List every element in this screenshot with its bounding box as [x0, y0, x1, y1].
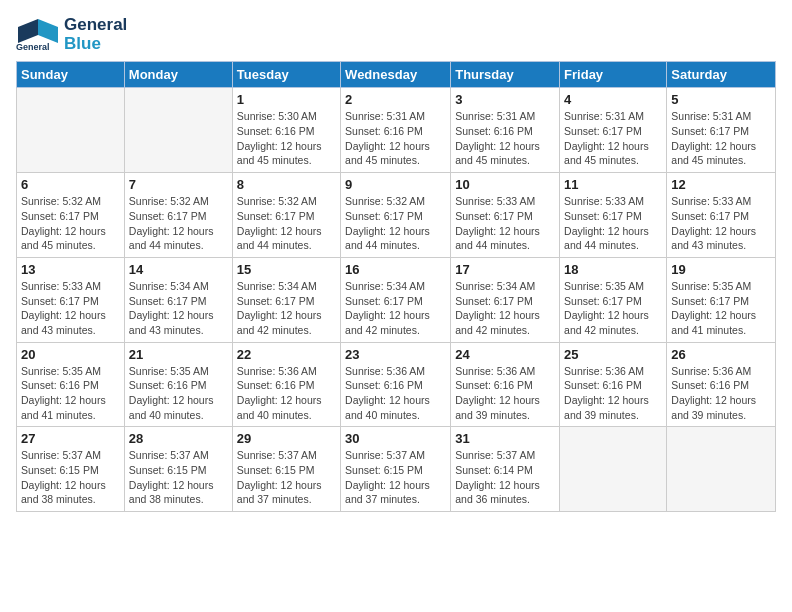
- day-info: Sunrise: 5:33 AMSunset: 6:17 PMDaylight:…: [21, 279, 120, 338]
- day-info: Sunrise: 5:31 AMSunset: 6:16 PMDaylight:…: [345, 109, 446, 168]
- calendar-cell: 13Sunrise: 5:33 AMSunset: 6:17 PMDayligh…: [17, 257, 125, 342]
- day-info: Sunrise: 5:36 AMSunset: 6:16 PMDaylight:…: [455, 364, 555, 423]
- day-info: Sunrise: 5:34 AMSunset: 6:17 PMDaylight:…: [455, 279, 555, 338]
- day-info: Sunrise: 5:37 AMSunset: 6:15 PMDaylight:…: [345, 448, 446, 507]
- weekday-header-tuesday: Tuesday: [232, 62, 340, 88]
- day-info: Sunrise: 5:31 AMSunset: 6:17 PMDaylight:…: [564, 109, 662, 168]
- calendar-week-3: 13Sunrise: 5:33 AMSunset: 6:17 PMDayligh…: [17, 257, 776, 342]
- logo-icon: General: [16, 17, 60, 53]
- day-info: Sunrise: 5:35 AMSunset: 6:17 PMDaylight:…: [564, 279, 662, 338]
- logo-blue-text: Blue: [64, 35, 127, 54]
- calendar-cell: 19Sunrise: 5:35 AMSunset: 6:17 PMDayligh…: [667, 257, 776, 342]
- calendar-cell: [667, 427, 776, 512]
- day-info: Sunrise: 5:32 AMSunset: 6:17 PMDaylight:…: [21, 194, 120, 253]
- day-info: Sunrise: 5:33 AMSunset: 6:17 PMDaylight:…: [564, 194, 662, 253]
- day-number: 21: [129, 347, 228, 362]
- day-number: 27: [21, 431, 120, 446]
- weekday-header-wednesday: Wednesday: [341, 62, 451, 88]
- calendar-cell: 30Sunrise: 5:37 AMSunset: 6:15 PMDayligh…: [341, 427, 451, 512]
- day-info: Sunrise: 5:36 AMSunset: 6:16 PMDaylight:…: [345, 364, 446, 423]
- day-number: 23: [345, 347, 446, 362]
- day-number: 17: [455, 262, 555, 277]
- calendar-cell: 4Sunrise: 5:31 AMSunset: 6:17 PMDaylight…: [560, 88, 667, 173]
- day-number: 28: [129, 431, 228, 446]
- calendar-cell: 23Sunrise: 5:36 AMSunset: 6:16 PMDayligh…: [341, 342, 451, 427]
- day-number: 1: [237, 92, 336, 107]
- calendar-cell: 12Sunrise: 5:33 AMSunset: 6:17 PMDayligh…: [667, 173, 776, 258]
- day-info: Sunrise: 5:37 AMSunset: 6:15 PMDaylight:…: [237, 448, 336, 507]
- day-info: Sunrise: 5:36 AMSunset: 6:16 PMDaylight:…: [237, 364, 336, 423]
- day-info: Sunrise: 5:35 AMSunset: 6:16 PMDaylight:…: [129, 364, 228, 423]
- day-info: Sunrise: 5:32 AMSunset: 6:17 PMDaylight:…: [237, 194, 336, 253]
- calendar-cell: 22Sunrise: 5:36 AMSunset: 6:16 PMDayligh…: [232, 342, 340, 427]
- day-number: 26: [671, 347, 771, 362]
- day-number: 24: [455, 347, 555, 362]
- calendar-cell: 9Sunrise: 5:32 AMSunset: 6:17 PMDaylight…: [341, 173, 451, 258]
- calendar-cell: 16Sunrise: 5:34 AMSunset: 6:17 PMDayligh…: [341, 257, 451, 342]
- day-number: 20: [21, 347, 120, 362]
- weekday-header-saturday: Saturday: [667, 62, 776, 88]
- day-info: Sunrise: 5:35 AMSunset: 6:16 PMDaylight:…: [21, 364, 120, 423]
- calendar-cell: [560, 427, 667, 512]
- day-info: Sunrise: 5:32 AMSunset: 6:17 PMDaylight:…: [345, 194, 446, 253]
- calendar-week-1: 1Sunrise: 5:30 AMSunset: 6:16 PMDaylight…: [17, 88, 776, 173]
- calendar-week-2: 6Sunrise: 5:32 AMSunset: 6:17 PMDaylight…: [17, 173, 776, 258]
- day-number: 13: [21, 262, 120, 277]
- logo: General General Blue: [16, 16, 127, 53]
- weekday-header-friday: Friday: [560, 62, 667, 88]
- day-number: 6: [21, 177, 120, 192]
- day-number: 11: [564, 177, 662, 192]
- day-info: Sunrise: 5:36 AMSunset: 6:16 PMDaylight:…: [671, 364, 771, 423]
- day-info: Sunrise: 5:37 AMSunset: 6:14 PMDaylight:…: [455, 448, 555, 507]
- weekday-header-thursday: Thursday: [451, 62, 560, 88]
- calendar-cell: 28Sunrise: 5:37 AMSunset: 6:15 PMDayligh…: [124, 427, 232, 512]
- calendar-cell: 24Sunrise: 5:36 AMSunset: 6:16 PMDayligh…: [451, 342, 560, 427]
- calendar-week-5: 27Sunrise: 5:37 AMSunset: 6:15 PMDayligh…: [17, 427, 776, 512]
- calendar-cell: 25Sunrise: 5:36 AMSunset: 6:16 PMDayligh…: [560, 342, 667, 427]
- day-number: 18: [564, 262, 662, 277]
- day-info: Sunrise: 5:30 AMSunset: 6:16 PMDaylight:…: [237, 109, 336, 168]
- day-info: Sunrise: 5:34 AMSunset: 6:17 PMDaylight:…: [129, 279, 228, 338]
- day-info: Sunrise: 5:34 AMSunset: 6:17 PMDaylight:…: [237, 279, 336, 338]
- day-info: Sunrise: 5:35 AMSunset: 6:17 PMDaylight:…: [671, 279, 771, 338]
- day-info: Sunrise: 5:33 AMSunset: 6:17 PMDaylight:…: [455, 194, 555, 253]
- calendar-cell: 17Sunrise: 5:34 AMSunset: 6:17 PMDayligh…: [451, 257, 560, 342]
- day-info: Sunrise: 5:31 AMSunset: 6:17 PMDaylight:…: [671, 109, 771, 168]
- calendar-cell: 20Sunrise: 5:35 AMSunset: 6:16 PMDayligh…: [17, 342, 125, 427]
- calendar-cell: 18Sunrise: 5:35 AMSunset: 6:17 PMDayligh…: [560, 257, 667, 342]
- day-number: 10: [455, 177, 555, 192]
- day-number: 19: [671, 262, 771, 277]
- day-info: Sunrise: 5:31 AMSunset: 6:16 PMDaylight:…: [455, 109, 555, 168]
- calendar-cell: 5Sunrise: 5:31 AMSunset: 6:17 PMDaylight…: [667, 88, 776, 173]
- calendar-cell: 27Sunrise: 5:37 AMSunset: 6:15 PMDayligh…: [17, 427, 125, 512]
- day-number: 16: [345, 262, 446, 277]
- weekday-header-row: SundayMondayTuesdayWednesdayThursdayFrid…: [17, 62, 776, 88]
- weekday-header-sunday: Sunday: [17, 62, 125, 88]
- weekday-header-monday: Monday: [124, 62, 232, 88]
- day-number: 7: [129, 177, 228, 192]
- calendar-cell: 3Sunrise: 5:31 AMSunset: 6:16 PMDaylight…: [451, 88, 560, 173]
- calendar-cell: [124, 88, 232, 173]
- day-number: 22: [237, 347, 336, 362]
- day-number: 12: [671, 177, 771, 192]
- day-number: 31: [455, 431, 555, 446]
- day-number: 30: [345, 431, 446, 446]
- calendar-table: SundayMondayTuesdayWednesdayThursdayFrid…: [16, 61, 776, 512]
- calendar-cell: 7Sunrise: 5:32 AMSunset: 6:17 PMDaylight…: [124, 173, 232, 258]
- day-info: Sunrise: 5:36 AMSunset: 6:16 PMDaylight:…: [564, 364, 662, 423]
- calendar-cell: 31Sunrise: 5:37 AMSunset: 6:14 PMDayligh…: [451, 427, 560, 512]
- calendar-cell: 15Sunrise: 5:34 AMSunset: 6:17 PMDayligh…: [232, 257, 340, 342]
- calendar-cell: 26Sunrise: 5:36 AMSunset: 6:16 PMDayligh…: [667, 342, 776, 427]
- day-number: 4: [564, 92, 662, 107]
- calendar-cell: 8Sunrise: 5:32 AMSunset: 6:17 PMDaylight…: [232, 173, 340, 258]
- day-number: 29: [237, 431, 336, 446]
- calendar-cell: 1Sunrise: 5:30 AMSunset: 6:16 PMDaylight…: [232, 88, 340, 173]
- day-number: 25: [564, 347, 662, 362]
- calendar-cell: 6Sunrise: 5:32 AMSunset: 6:17 PMDaylight…: [17, 173, 125, 258]
- day-number: 3: [455, 92, 555, 107]
- day-number: 5: [671, 92, 771, 107]
- day-number: 14: [129, 262, 228, 277]
- calendar-week-4: 20Sunrise: 5:35 AMSunset: 6:16 PMDayligh…: [17, 342, 776, 427]
- day-info: Sunrise: 5:37 AMSunset: 6:15 PMDaylight:…: [129, 448, 228, 507]
- day-number: 2: [345, 92, 446, 107]
